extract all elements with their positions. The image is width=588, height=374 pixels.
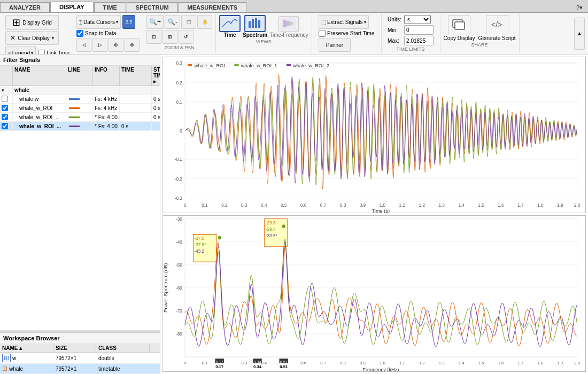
time-frequency-view-icon [281, 18, 296, 29]
toolbar-group-views: Time Spectrum [216, 14, 312, 53]
cursor-value-button[interactable]: 2.5 [122, 15, 135, 29]
zoom-reset-button[interactable]: ↺ [179, 30, 194, 44]
spectrum-chart: -30 -40 -50 -60 -70 -80 Power Spectrum (… [163, 215, 586, 372]
snap-to-data-checkbox[interactable] [76, 30, 83, 37]
cursor-snap-button[interactable]: ⊗ [125, 38, 140, 52]
tab-display[interactable]: DISPLAY [50, 2, 94, 12]
time-waveform-canvas [163, 57, 585, 213]
spectrum-waveform-canvas [163, 216, 585, 371]
clear-display-icon: ✕ [10, 34, 16, 42]
zoom-select-button[interactable]: ⬚ [181, 15, 196, 29]
copy-display-button[interactable]: Copy Display [444, 15, 475, 41]
svg-rect-0 [249, 21, 251, 28]
timetable-icon: ⊡ [2, 365, 7, 372]
toolbar-group-time-limits: Units: s ms Min: Max: TIME LIMITS [382, 14, 440, 53]
toolbar-group-roi: ⬚ Extract Signals ▾ Preserve Start Time … [312, 14, 382, 53]
time-view-button[interactable]: Time [219, 15, 241, 38]
legend-button[interactable]: ≡ Legend ▾ [5, 46, 36, 54]
main-layout: Filter Signals NAME LINE INFO TIME START… [0, 54, 588, 374]
signal-table: NAME LINE INFO TIME START TIME ▸ ▾ whale… [0, 66, 160, 330]
cursor-prev-button[interactable]: ◁ [76, 38, 91, 52]
panner-button[interactable]: Panner [319, 38, 351, 52]
extract-signals-icon: ⬚ [321, 19, 326, 25]
workspace-browser: Workspace Browser NAME ▴ SIZE CLASS ⊞ w … [0, 332, 160, 374]
tab-bar: ANALYZER DISPLAY TIME SPECTRUM MEASUREME… [0, 0, 588, 13]
toolbar-group-display-options: ⊞ Display Grid ✕ Clear Display ▾ ≡ Legen… [2, 14, 73, 53]
display-grid-button[interactable]: ⊞ Display Grid [5, 15, 59, 30]
left-panel: Filter Signals NAME LINE INFO TIME START… [0, 54, 160, 374]
zoom-in-button[interactable]: 🔍+ [146, 15, 164, 29]
max-input[interactable] [404, 36, 434, 45]
link-time-checkbox[interactable] [38, 50, 45, 55]
share-label: SHARE [471, 42, 488, 48]
data-cursors-button[interactable]: ⌶ Data Cursors ▾ [76, 15, 121, 29]
signal-table-header: NAME LINE INFO TIME START TIME ▸ [0, 66, 160, 86]
tab-analyzer[interactable]: ANALYZER [0, 2, 50, 12]
svg-text:</>: </> [491, 20, 502, 29]
zoom-out-button[interactable]: 🔍- [165, 15, 180, 29]
zoom-select-icon: ⬚ [187, 19, 191, 25]
svg-rect-7 [290, 22, 293, 25]
display-grid-icon: ⊞ [12, 17, 20, 28]
toolbar-group-cursors: ⌶ Data Cursors ▾ 2.5 Snap to Data ◁ ▷ ⊕ … [73, 14, 143, 53]
units-group: Units: s ms Min: Max: [388, 15, 434, 45]
svg-rect-3 [258, 20, 260, 28]
workspace-item-whale[interactable]: ⊡ whale 79572×1 timetable [0, 364, 160, 374]
workspace-browser-title: Workspace Browser [0, 333, 160, 344]
preserve-start-time-row: Preserve Start Time [319, 30, 374, 37]
zoom-pan-label: ZOOM & PAN [165, 45, 195, 50]
zoom-fit-button[interactable]: ⊞ [163, 30, 177, 44]
help-button[interactable]: ?▾ [573, 3, 586, 12]
whale-w-roi-checkbox[interactable] [2, 105, 8, 111]
tab-measurements[interactable]: MEASUREMENTS [179, 2, 247, 12]
svg-rect-6 [287, 21, 290, 26]
signal-row-whale-w-roi1[interactable]: whale_w_ROI_... * Fs: 4.00... 0 s [0, 113, 160, 122]
tab-spectrum[interactable]: SPECTRUM [127, 2, 178, 12]
units-select[interactable]: s ms [404, 15, 431, 24]
zoom-out-icon: 🔍- [167, 18, 177, 26]
svg-rect-1 [252, 19, 254, 28]
signal-row-whale-w-roi[interactable]: whale_w_ROI Fs: 4 kHz 0 s [0, 104, 160, 113]
whale-w-roi1-checkbox[interactable] [2, 114, 8, 120]
hand-button[interactable]: ✋ [197, 15, 212, 29]
signal-row-whale-w-roi2[interactable]: whale_w_ROI_... * Fs: 4.00... 0 s [0, 122, 160, 131]
cursor-next-icon: ▷ [98, 42, 102, 48]
generate-script-button[interactable]: </> Generate Script [478, 15, 516, 41]
cursor-cross-button[interactable]: ⊕ [109, 38, 123, 52]
preserve-start-time-checkbox[interactable] [319, 30, 326, 37]
legend-icon: ≡ [8, 50, 11, 55]
clear-display-button[interactable]: ✕ Clear Display ▾ [5, 31, 59, 45]
generate-script-icon: </> [490, 18, 505, 32]
link-time-row: Link Time [38, 46, 69, 54]
svg-rect-2 [255, 18, 257, 28]
cursor-cross-icon: ⊕ [114, 42, 118, 48]
time-limits-label: TIME LIMITS [397, 46, 425, 52]
zoom-reset-icon: ↺ [184, 34, 188, 40]
cursor-next-button[interactable]: ▷ [92, 38, 107, 52]
time-view-icon [222, 17, 237, 29]
whale-w-roi2-checkbox[interactable] [2, 123, 8, 129]
svg-rect-9 [455, 22, 465, 29]
extract-signals-button[interactable]: ⬚ Extract Signals ▾ [319, 15, 369, 29]
toolbar-collapse-button[interactable]: ▲ [574, 18, 585, 50]
tab-time[interactable]: TIME [94, 2, 126, 12]
cursor-icon: ⌶ [79, 19, 82, 25]
min-input[interactable] [404, 25, 434, 35]
hand-icon: ✋ [202, 19, 208, 25]
chart-area: 0.3 0.2 0.1 0 -0.1 -0.2 -0.3 0 0.1 0.2 0… [160, 54, 588, 374]
copy-display-icon [452, 18, 467, 32]
signal-row-whale-w[interactable]: whale.w Fs: 4 kHz 0 s [0, 95, 160, 104]
workspace-item-w[interactable]: ⊞ w 79572×1 double [0, 353, 160, 364]
signal-row-whale-group[interactable]: ▾ whale [0, 86, 160, 95]
snap-to-data-row: Snap to Data [76, 30, 116, 37]
cursor-snap-icon: ⊗ [130, 42, 134, 48]
toolbar-group-share: Copy Display </> Generate Script SHARE [440, 14, 520, 53]
time-frequency-view-button[interactable]: Time-Frequency [269, 16, 308, 38]
time-chart: 0.3 0.2 0.1 0 -0.1 -0.2 -0.3 0 0.1 0.2 0… [163, 57, 586, 213]
zoom-out2-button[interactable]: ⊟ [146, 30, 161, 44]
spectrum-view-button[interactable]: Spectrum [243, 15, 267, 38]
whale-w-checkbox[interactable] [2, 96, 8, 102]
toolbar-group-zoom-pan: 🔍+ 🔍- ⬚ ✋ ⊟ ⊞ ↺ ZOOM & PAN [143, 14, 216, 53]
spectrum-view-icon [247, 17, 262, 29]
filter-signals-title: Filter Signals [0, 54, 160, 66]
